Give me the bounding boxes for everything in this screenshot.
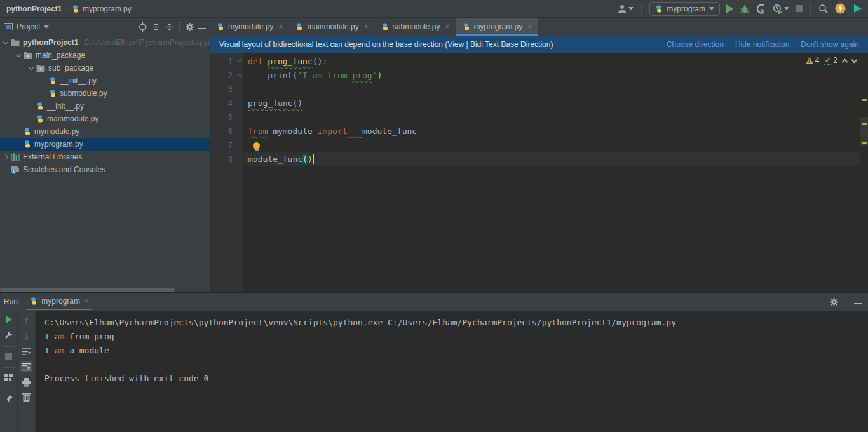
code-line-4[interactable]: prog_func() — [244, 97, 860, 111]
banner-link-choose-direction[interactable]: Choose direction — [667, 40, 724, 49]
soft-wrap-button[interactable] — [22, 348, 31, 356]
code-line-3[interactable] — [244, 83, 860, 97]
editor-tab-submodule-py[interactable]: submodule.py× — [375, 18, 456, 36]
tree-item-mymodule-py[interactable]: mymodule.py — [0, 125, 210, 138]
fold-marker-icon[interactable] — [237, 57, 242, 62]
line-number[interactable]: 1 — [210, 55, 243, 69]
project-horizontal-scrollbar[interactable] — [0, 287, 210, 292]
edit-configuration-button[interactable] — [4, 331, 13, 341]
line-number[interactable]: 2 — [210, 69, 243, 83]
run-console-output[interactable]: C:\Users\Elham\PycharmProjects\pythonPro… — [36, 311, 868, 432]
line-number[interactable]: 6 — [210, 125, 243, 138]
run-configuration-select[interactable]: myprogram — [649, 2, 720, 16]
tree-chevron-icon[interactable] — [29, 64, 34, 69]
tree-item--init-py[interactable]: __init__.py — [0, 74, 210, 87]
select-opened-file-button[interactable] — [138, 22, 147, 32]
warning-stripe-mark[interactable] — [862, 142, 867, 144]
down-stack-trace-button[interactable]: ↓ — [23, 332, 31, 342]
code-line-8[interactable]: module_func() — [244, 152, 860, 166]
code-line-5[interactable] — [244, 111, 860, 125]
code-line-6[interactable]: from mymodule import module_func — [244, 125, 860, 138]
tree-item-external-libraries[interactable]: External Libraries — [0, 151, 210, 163]
code-line-1[interactable]: def prog_func(): — [244, 55, 860, 69]
breadcrumb: pythonProject1 › myprogram.py — [6, 4, 132, 13]
close-icon[interactable]: × — [527, 22, 532, 31]
project-settings-button[interactable] — [185, 22, 194, 32]
collapse-all-button[interactable] — [165, 22, 174, 32]
debug-button[interactable] — [740, 4, 750, 14]
editor-tab-mainmodule-py[interactable]: mainmodule.py× — [289, 18, 374, 36]
tree-chevron-icon[interactable] — [3, 39, 8, 44]
restore-layout-button[interactable] — [4, 374, 13, 382]
chevron-down-icon — [784, 7, 789, 10]
rerun-button[interactable] — [6, 316, 12, 325]
warnings-indicator[interactable]: 4 — [806, 56, 820, 65]
code-token — [248, 71, 268, 80]
editor-tab-myprogram-py[interactable]: myprogram.py× — [456, 18, 539, 36]
code-editor[interactable]: 12345678 def prog_func(): print('I am fr… — [210, 53, 868, 292]
run-tab[interactable]: myprogram × — [26, 294, 92, 310]
breadcrumb-separator-icon: › — [65, 5, 68, 13]
tree-item-sub-package[interactable]: sub_package — [0, 62, 210, 74]
expand-all-button[interactable] — [151, 22, 161, 32]
code-line-7[interactable] — [244, 138, 860, 152]
run-with-coverage-button[interactable] — [756, 4, 766, 14]
previous-problem-button[interactable] — [842, 58, 848, 65]
print-button[interactable] — [22, 378, 31, 387]
error-stripe[interactable] — [860, 53, 868, 292]
package-folder-icon — [24, 51, 32, 59]
up-stack-trace-button[interactable]: ↑ — [23, 316, 31, 326]
warning-stripe-mark[interactable] — [862, 123, 867, 125]
line-number[interactable]: 8 — [210, 152, 243, 166]
banner-link-don-t-show-again[interactable]: Don't show again — [801, 40, 859, 49]
user-account-button[interactable] — [617, 4, 634, 14]
update-available-button[interactable] — [835, 3, 846, 14]
intention-bulb-icon[interactable] — [253, 142, 260, 149]
banner-link-hide-notification[interactable]: Hide notification — [735, 40, 789, 49]
tree-item-main-package[interactable]: main_package — [0, 49, 210, 62]
line-number[interactable]: 5 — [210, 111, 243, 125]
hide-run-panel-button[interactable] — [854, 297, 862, 306]
stop-button[interactable] — [796, 5, 803, 12]
chevron-down-icon[interactable] — [44, 25, 49, 29]
close-icon[interactable]: × — [84, 297, 88, 306]
tree-item-pythonproject1[interactable]: pythonProject1C:\Users\Elham\PycharmProj… — [0, 36, 210, 49]
breadcrumb-file[interactable]: myprogram.py — [83, 4, 132, 13]
learn-plugin-button[interactable] — [852, 3, 863, 14]
search-everywhere-button[interactable] — [818, 4, 829, 14]
scrollbar-thumb[interactable] — [0, 288, 175, 292]
warning-stripe-mark[interactable] — [862, 99, 867, 101]
tree-chevron-icon[interactable] — [3, 154, 8, 159]
line-number[interactable]: 7 — [210, 138, 243, 152]
tree-item-myprogram-py[interactable]: myprogram.py — [0, 138, 210, 151]
run-settings-button[interactable] — [829, 297, 839, 307]
tree-item--init-py[interactable]: __init__.py — [0, 100, 210, 112]
run-button[interactable] — [726, 4, 733, 13]
clear-console-button[interactable] — [22, 393, 31, 402]
pin-tab-button[interactable] — [4, 394, 13, 403]
tree-item-scratches-and-consoles[interactable]: Scratches and Consoles — [0, 163, 210, 176]
close-icon[interactable]: × — [278, 22, 283, 31]
editor-tab-mymodule-py[interactable]: mymodule.py× — [210, 18, 289, 36]
code-token: mymodule — [268, 126, 317, 136]
tree-item-submodule-py[interactable]: submodule.py — [0, 87, 210, 100]
line-number[interactable]: 3 — [210, 83, 243, 97]
close-icon[interactable]: × — [445, 22, 450, 31]
line-number[interactable]: 4 — [210, 97, 243, 111]
typos-indicator[interactable]: ✔ 2 — [824, 56, 837, 65]
breadcrumb-project[interactable]: pythonProject1 — [6, 4, 62, 13]
tree-chevron-icon[interactable] — [16, 51, 21, 57]
tree-item-mainmodule-py[interactable]: mainmodule.py — [0, 112, 210, 125]
fold-marker-icon[interactable] — [237, 74, 242, 79]
profiler-button[interactable] — [773, 4, 789, 14]
next-problem-button[interactable] — [851, 57, 858, 63]
scroll-to-end-button[interactable] — [20, 361, 32, 372]
project-tool-window: Project pythonProject1C:\Users\Elham\Pyc… — [0, 18, 210, 292]
editor-gutter[interactable]: 12345678 — [210, 53, 243, 292]
hide-panel-button[interactable] — [198, 22, 206, 31]
project-panel-title[interactable]: Project — [17, 22, 40, 31]
editor-code-area[interactable]: def prog_func(): print('I am from prog')… — [244, 53, 860, 166]
close-icon[interactable]: × — [364, 22, 369, 31]
stop-process-button[interactable] — [5, 353, 12, 361]
code-line-2[interactable]: print('I am from prog') — [244, 69, 860, 83]
